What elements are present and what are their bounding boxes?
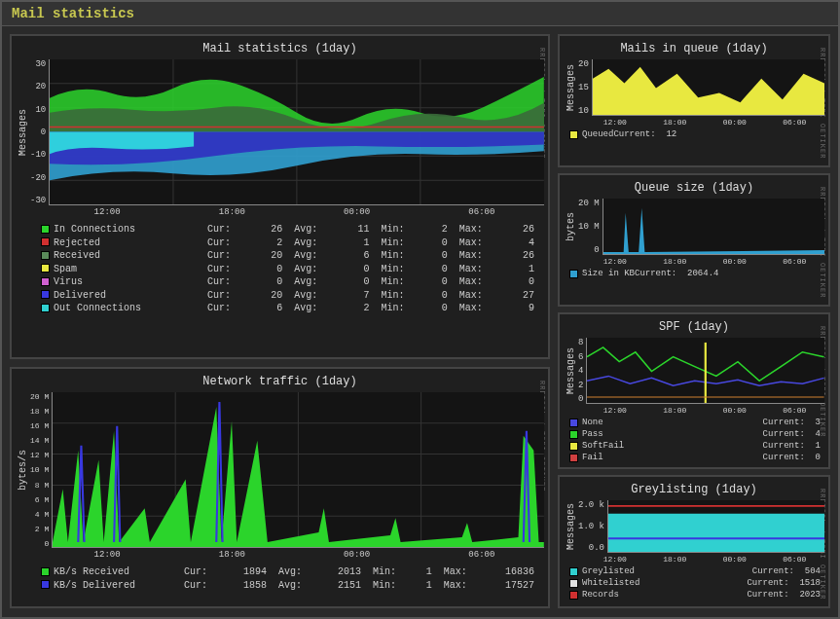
y-ticks: 20 M18 M 16 M14 M 12 M10 M 8 M6 M 4 M2 M… [30,392,52,548]
right-column: RRDTOOL / TOBI OETIKER Mails in queue (1… [558,34,830,608]
chart-network-traffic: RRDTOOL / TOBI OETIKER Network traffic (… [10,367,550,608]
legend-row: SoftFailCurrent: 1 [569,441,821,451]
legend-mailstats: In ConnectionsCur:26Avg:11Min:2Max:26Rej… [16,217,544,317]
left-column: RRDTOOL / TOBI OETIKER Mail statistics (… [10,34,550,608]
legend-grey: GreylistedCurrent: 504WhitelistedCurrent… [564,564,824,601]
legend-row: GreylistedCurrent: 504 [569,566,821,576]
chart-title: Mails in queue (1day) [564,40,824,59]
y-axis-label: bytes [564,199,578,255]
legend-row: ReceivedCur:20Avg:6Min:0Max:26 [35,249,540,263]
plot-area [603,199,824,255]
y-axis-label: Messages [16,59,30,205]
y-ticks: 20 M 10 M 0 [578,199,603,255]
legend-row: RejectedCur:2Avg:1Min:0Max:4 [35,237,540,250]
chart-mails-in-queue: RRDTOOL / TOBI OETIKER Mails in queue (1… [558,34,830,167]
plot-area [607,500,824,553]
legend-row: NoneCurrent: 3 [569,418,821,427]
y-ticks: 30 20 10 0 -10 -20 -30 [30,59,49,205]
legend-row: RecordsCurrent: 2023 [569,590,821,600]
legend-network: KB/s ReceivedCur:1894Avg:2013Min:1Max:16… [16,560,544,594]
chart-title: Mail statistics (1day) [16,40,544,59]
x-ticks: 12:0018:00 00:0006:00 [564,553,824,564]
legend-qsize: Size in KBCurrent: 2064.4 [564,266,824,279]
plot-area [52,392,544,548]
chart-title: Network traffic (1day) [16,373,544,392]
legend-row: KB/s DeliveredCur:1858Avg:2151Min:1Max:1… [35,579,540,593]
chart-queue-size: RRDTOOL / TOBI OETIKER Queue size (1day)… [558,173,830,307]
plot-area [592,59,824,116]
chart-mail-statistics: RRDTOOL / TOBI OETIKER Mail statistics (… [10,34,550,359]
content-grid: RRDTOOL / TOBI OETIKER Mail statistics (… [2,26,838,616]
y-ticks: 86 42 0 [578,338,586,404]
y-ticks: 20 15 10 [578,59,592,116]
legend-row: PassCurrent: 4 [569,429,821,439]
legend-row: WhitelistedCurrent: 1518 [569,578,821,588]
legend-row: Out ConnectionsCur:6Avg:2Min:0Max:9 [35,302,540,315]
y-axis-label: Messages [564,338,578,404]
chart-greylisting: RRDTOOL / TOBI OETIKER Greylisting (1day… [558,475,830,608]
plot-area [49,59,544,205]
chart-title: SPF (1day) [564,318,824,338]
x-ticks: 12:0018:00 00:0006:00 [564,404,824,415]
legend-queue: QueuedCurrent: 12 [564,127,824,140]
plot-area [586,338,824,404]
x-ticks: 12:0018:00 00:0006:00 [564,116,824,127]
x-ticks: 12:00 18:00 00:00 06:00 [16,548,544,560]
svg-rect-16 [608,514,824,552]
chart-title: Queue size (1day) [564,179,824,199]
legend-row: DeliveredCur:20Avg:7Min:0Max:27 [35,289,540,303]
legend-spf: NoneCurrent: 3PassCurrent: 4SoftFailCurr… [564,415,824,463]
legend-row: KB/s ReceivedCur:1894Avg:2013Min:1Max:16… [35,565,540,579]
y-axis-label: bytes/s [16,392,30,548]
legend-row: FailCurrent: 0 [569,453,821,462]
page-title: Mail statistics [2,2,838,26]
legend-row: QueuedCurrent: 12 [569,129,676,139]
y-ticks: 2.0 k 1.0 k 0.0 [578,500,607,553]
x-ticks: 12:00 18:00 00:00 06:00 [16,205,544,217]
x-ticks: 12:0018:00 00:0006:00 [564,255,824,266]
legend-row: In ConnectionsCur:26Avg:11Min:2Max:26 [35,223,540,237]
chart-spf: RRDTOOL / TOBI OETIKER SPF (1day) Messag… [558,312,830,469]
legend-row: VirusCur:0Avg:0Min:0Max:0 [35,275,540,289]
chart-title: Greylisting (1day) [564,481,824,500]
legend-row: Size in KBCurrent: 2064.4 [569,269,718,278]
y-axis-label: Messages [564,59,578,116]
y-axis-label: Messages [564,500,578,553]
app-window: Mail statistics RRDTOOL / TOBI OETIKER M… [0,0,840,619]
legend-row: SpamCur:0Avg:0Min:0Max:1 [35,263,540,276]
